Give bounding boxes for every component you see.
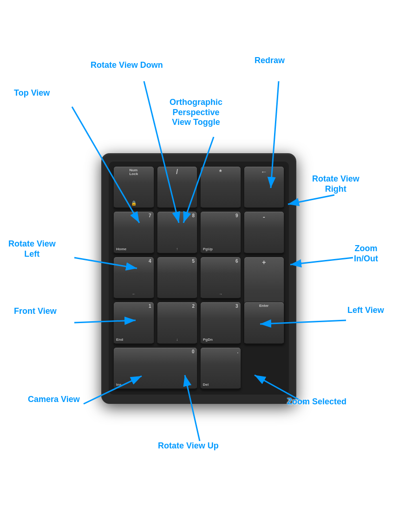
key-5[interactable]: 5 [157,257,198,299]
label-rotate-view-down: Rotate View Down [91,60,163,71]
key-9[interactable]: 9 PgUp [200,211,241,254]
key-6[interactable]: 6 → [200,257,241,299]
label-left-view: Left View [347,305,384,316]
key-backspace[interactable]: ← [244,166,285,209]
key-numlock[interactable]: NumLock 🔒 [113,166,154,209]
label-front-view: Front View [14,306,57,317]
label-rotate-view-up: Rotate View Up [158,441,219,451]
key-multiply[interactable]: * [200,166,241,209]
label-zoom-in-out: Zoom In/Out [354,244,378,264]
key-7[interactable]: 7 Home [113,211,154,254]
key-enter[interactable]: Enter [244,302,285,344]
key-divide[interactable]: / [157,166,198,209]
key-minus[interactable]: - [244,211,285,254]
label-rotate-view-left: Rotate View Left [8,239,56,259]
svg-line-6 [290,258,353,265]
key-4[interactable]: 4 ← [113,257,154,299]
label-rotate-view-right: Rotate View Right [312,174,359,194]
key-8[interactable]: 8 ↑ [157,211,198,254]
label-redraw: Redraw [255,56,285,66]
key-3[interactable]: 3 PgDn [200,302,241,344]
numpad: NumLock 🔒 / * ← 7 Home 8 ↑ 9 [101,153,296,404]
label-top-view: Top View [14,88,50,98]
key-0[interactable]: 0 Ins [113,347,197,390]
label-camera-view: Camera View [28,395,80,405]
key-dot[interactable]: . Del [200,347,242,390]
key-enter-bottom[interactable] [244,347,284,390]
key-2[interactable]: 2 ↓ [157,302,198,344]
key-1[interactable]: 1 End [113,302,154,344]
label-zoom-selected: Zoom Selected [287,397,346,407]
label-ortho-perspective: Orthographic Perspective View Toggle [170,97,222,128]
